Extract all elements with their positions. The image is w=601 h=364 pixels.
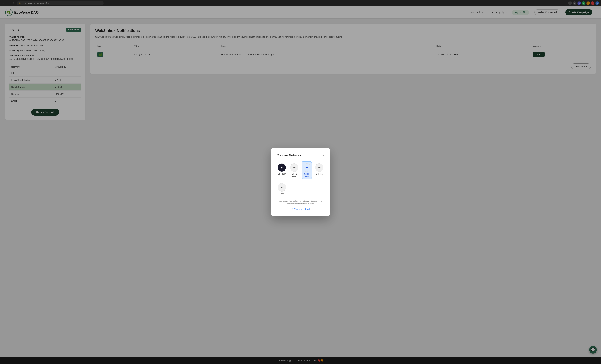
modal-title: Choose Network [277,154,301,157]
modal-header: Choose Network × [277,154,324,157]
network-option-icon-ethereum: ♦ [278,163,286,172]
network-option-icon-scroll-sepolia: ✦ [303,163,311,172]
modal-network-option-sepolia[interactable]: ✦ Sepolia [314,161,324,179]
modal-network-option-linea-goerli[interactable]: ✦ Linea Goe... [289,161,300,179]
modal-overlay[interactable]: Choose Network × ♦ Ethereum ✦ Linea Goe.… [0,0,601,364]
network-option-label-ethereum: Ethereum [278,173,286,175]
modal-warning-text: Your connected wallet may not support so… [277,200,324,205]
what-is-network-label: What is a network [293,208,310,210]
modal-network-option-scroll-sepolia[interactable]: ✦ Scroll Se... [301,161,312,179]
network-option-icon-linea-goerli: ✦ [290,163,298,172]
choose-network-modal: Choose Network × ♦ Ethereum ✦ Linea Goe.… [271,148,330,216]
network-option-icon-goerli: ✦ [278,183,286,192]
network-option-label-goerli: Goerli [279,193,284,195]
network-option-label-sepolia: Sepolia [316,173,323,175]
network-option-icon-sepolia: ✦ [315,163,323,172]
modal-close-button[interactable]: × [322,154,324,157]
what-is-network-link[interactable]: ⓘ What is a network [277,208,324,211]
modal-network-option-ethereum[interactable]: ♦ Ethereum [277,161,287,179]
modal-network-option-goerli[interactable]: ✦ Goerli [277,181,287,197]
network-option-label-scroll-sepolia: Scroll Se... [303,173,311,177]
info-icon: ⓘ [291,208,293,211]
network-option-label-linea-goerli: Linea Goe... [290,173,298,177]
modal-networks-grid: ♦ Ethereum ✦ Linea Goe... ✦ Scroll Se...… [277,161,324,197]
